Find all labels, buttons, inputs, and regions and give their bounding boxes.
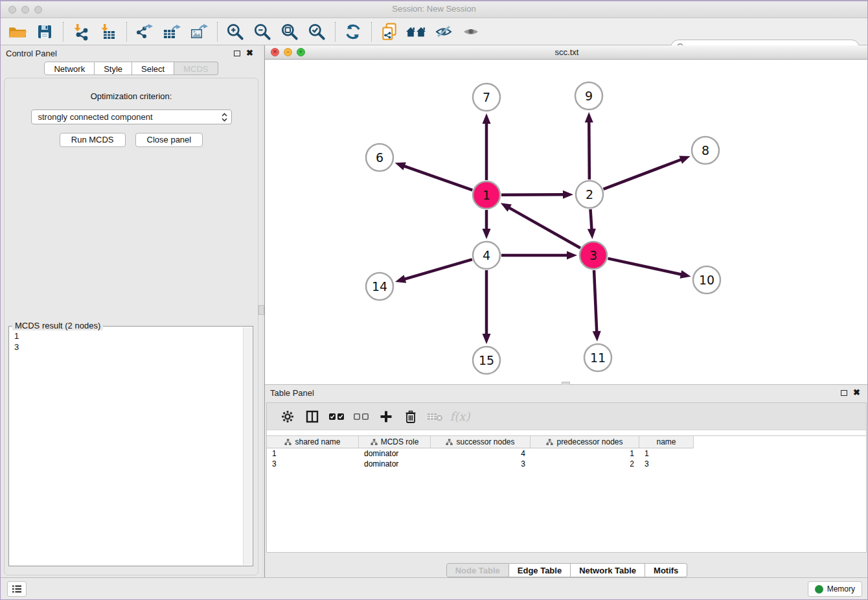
memory-status-icon: [815, 585, 823, 594]
network-graph: 1234678910111415: [265, 60, 867, 384]
float-panel-icon[interactable]: [234, 51, 240, 56]
table-tab-node-table[interactable]: Node Table: [446, 563, 509, 577]
graph-node-8[interactable]: 8: [692, 137, 719, 164]
main-toolbar: [1, 18, 867, 45]
graph-edge-3-1[interactable]: [501, 203, 580, 248]
graph-edge-1-6[interactable]: [395, 162, 473, 190]
graph-node-9[interactable]: 9: [575, 82, 602, 110]
svg-text:1: 1: [483, 188, 490, 202]
select-all-checkboxes-icon[interactable]: [325, 406, 348, 427]
table-settings-icon[interactable]: [276, 406, 299, 427]
import-network-icon[interactable]: [69, 21, 93, 43]
task-history-button[interactable]: [7, 581, 27, 597]
column-header-name[interactable]: name: [639, 436, 694, 448]
dropdown-stepper-icon: [221, 112, 228, 126]
graph-node-1[interactable]: 1: [473, 181, 500, 209]
result-scrollbar[interactable]: [243, 327, 252, 565]
toolbar-separator: [217, 22, 218, 41]
graph-edge-3-11[interactable]: [593, 270, 601, 341]
export-image-icon[interactable]: [187, 21, 211, 43]
svg-text:4: 4: [483, 248, 490, 262]
table-tab-motifs[interactable]: Motifs: [645, 563, 687, 577]
tab-mcds[interactable]: MCDS: [174, 62, 218, 75]
graph-edge-1-4[interactable]: [483, 210, 491, 239]
refresh-view-icon[interactable]: [341, 21, 365, 43]
table-tab-network-table[interactable]: Network Table: [571, 563, 645, 577]
graph-edge-2-9[interactable]: [585, 112, 593, 179]
import-table-icon[interactable]: [97, 21, 120, 43]
float-table-panel-icon[interactable]: [841, 390, 847, 396]
control-panel: Control Panel ✖ NetworkStyleSelectMCDS O…: [1, 45, 262, 579]
graph-edge-3-10[interactable]: [608, 259, 691, 279]
graph-edge-4-3[interactable]: [501, 251, 577, 260]
graph-node-11[interactable]: 11: [584, 344, 611, 371]
tab-network[interactable]: Network: [44, 62, 95, 75]
network-canvas[interactable]: 1234678910111415: [265, 60, 868, 384]
svg-text:11: 11: [590, 351, 606, 365]
clone-network-icon[interactable]: [378, 21, 401, 43]
save-session-icon[interactable]: [33, 21, 56, 43]
apply-function-icon: f(x): [448, 406, 472, 427]
table-row[interactable]: 1dominator411: [267, 448, 866, 459]
close-table-panel-icon[interactable]: ✖: [853, 387, 860, 397]
column-header-shared-name[interactable]: shared name: [267, 436, 359, 448]
column-header-mcds-role[interactable]: MCDS role: [359, 436, 431, 448]
node-table-rows: 1dominator4113dominator323: [267, 448, 866, 469]
graph-edge-2-3[interactable]: [588, 209, 596, 239]
criterion-dropdown[interactable]: strongly connected component: [31, 110, 232, 124]
zoom-fit-icon[interactable]: [278, 21, 301, 43]
network-window-title: scc.txt: [265, 47, 868, 57]
column-header-predecessor-nodes[interactable]: predecessor nodes: [531, 436, 639, 448]
graph-edge-1-7[interactable]: [483, 113, 491, 180]
memory-button[interactable]: Memory: [808, 581, 862, 597]
graph-edge-4-14[interactable]: [395, 259, 472, 283]
optimization-criterion-label: Optimization criterion:: [5, 91, 258, 101]
graph-edge-4-15[interactable]: [483, 270, 491, 344]
graph-node-15[interactable]: 15: [473, 347, 500, 374]
graph-edge-1-2[interactable]: [501, 190, 573, 199]
graph-node-4[interactable]: 4: [473, 242, 500, 269]
add-row-icon[interactable]: [374, 406, 398, 427]
column-header-successor-nodes[interactable]: successor nodes: [431, 436, 531, 448]
export-network-icon[interactable]: [133, 21, 156, 43]
zoom-selected-icon[interactable]: [305, 21, 328, 43]
node-table: shared nameMCDS rolesuccessor nodesprede…: [267, 435, 866, 469]
table-tab-edge-table[interactable]: Edge Table: [509, 563, 571, 577]
close-panel-icon[interactable]: ✖: [246, 48, 253, 58]
home-view-icon[interactable]: [405, 21, 428, 43]
delete-rows-icon[interactable]: [399, 406, 422, 427]
application-window: Session: New Session: [0, 0, 868, 600]
tab-style[interactable]: Style: [95, 62, 132, 75]
graph-node-7[interactable]: 7: [473, 84, 500, 111]
zoom-out-icon[interactable]: [251, 21, 274, 43]
graph-node-14[interactable]: 14: [366, 273, 393, 300]
toolbar-separator: [371, 22, 372, 41]
table-panel-title: Table Panel: [270, 388, 314, 398]
zoom-in-icon[interactable]: [223, 21, 247, 43]
control-panel-title: Control Panel: [6, 49, 57, 58]
open-session-icon[interactable]: [6, 21, 29, 43]
show-all-eye-icon[interactable]: [459, 21, 483, 43]
graph-node-10[interactable]: 10: [693, 266, 720, 294]
toolbar-separator: [63, 22, 63, 41]
svg-text:7: 7: [483, 90, 490, 104]
export-table-icon[interactable]: [160, 21, 183, 43]
graph-node-6[interactable]: 6: [366, 144, 393, 171]
deselect-all-checkboxes-icon[interactable]: [350, 406, 373, 427]
show-columns-icon[interactable]: [301, 406, 324, 427]
toolbar-separator: [126, 22, 127, 41]
tab-select[interactable]: Select: [132, 62, 174, 75]
svg-text:15: 15: [479, 353, 494, 367]
vertical-splitter-handle[interactable]: [258, 305, 264, 315]
table-row[interactable]: 3dominator323: [267, 459, 866, 469]
svg-text:8: 8: [702, 143, 709, 157]
network-window-titlebar[interactable]: ✕ − + scc.txt: [265, 45, 868, 60]
graph-node-3[interactable]: 3: [580, 242, 607, 269]
delete-table-icon: [424, 406, 447, 427]
hide-selected-eye-icon[interactable]: [432, 21, 455, 43]
run-mcds-button[interactable]: Run MCDS: [60, 133, 126, 147]
graph-edge-2-8[interactable]: [604, 156, 691, 189]
graph-node-2[interactable]: 2: [576, 181, 603, 208]
criterion-dropdown-value: strongly connected component: [38, 112, 153, 122]
close-panel-button[interactable]: Close panel: [135, 133, 203, 147]
